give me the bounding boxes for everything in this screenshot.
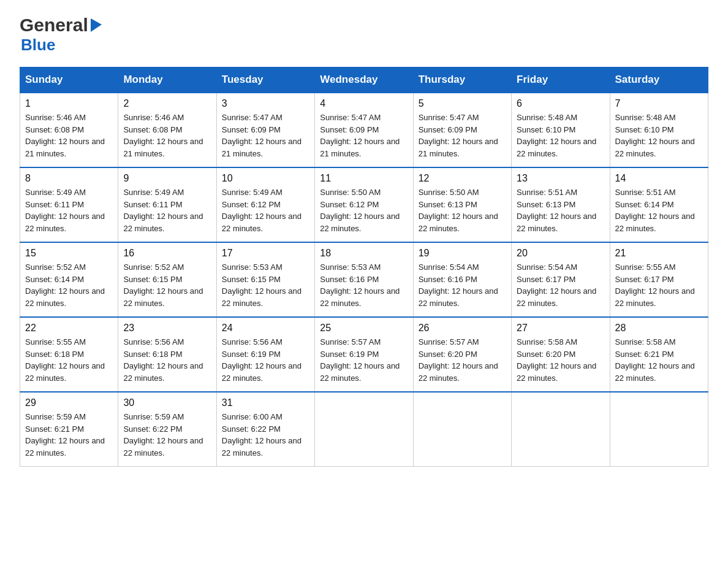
calendar-body: 1Sunrise: 5:46 AMSunset: 6:08 PMDaylight… bbox=[20, 93, 708, 467]
day-info: Sunrise: 5:46 AMSunset: 6:08 PMDaylight:… bbox=[25, 112, 113, 159]
day-info: Sunrise: 5:51 AMSunset: 6:13 PMDaylight:… bbox=[517, 186, 604, 234]
day-number: 4 bbox=[320, 98, 408, 109]
calendar-day-cell: 15Sunrise: 5:52 AMSunset: 6:14 PMDayligh… bbox=[20, 242, 118, 317]
header: General Blue bbox=[20, 15, 708, 55]
day-info: Sunrise: 5:47 AMSunset: 6:09 PMDaylight:… bbox=[419, 112, 506, 159]
day-info: Sunrise: 5:53 AMSunset: 6:15 PMDaylight:… bbox=[222, 261, 309, 309]
day-info: Sunrise: 5:49 AMSunset: 6:11 PMDaylight:… bbox=[25, 186, 113, 234]
calendar-week-row: 1Sunrise: 5:46 AMSunset: 6:08 PMDaylight… bbox=[20, 93, 708, 167]
calendar-week-row: 22Sunrise: 5:55 AMSunset: 6:18 PMDayligh… bbox=[20, 317, 708, 392]
calendar-day-cell: 9Sunrise: 5:49 AMSunset: 6:11 PMDaylight… bbox=[118, 167, 216, 242]
day-info: Sunrise: 5:48 AMSunset: 6:10 PMDaylight:… bbox=[615, 112, 703, 159]
calendar-day-cell bbox=[512, 392, 610, 467]
day-number: 2 bbox=[123, 98, 211, 109]
day-number: 26 bbox=[419, 323, 506, 334]
day-number: 15 bbox=[25, 248, 113, 259]
day-number: 10 bbox=[222, 173, 309, 184]
calendar-day-cell: 13Sunrise: 5:51 AMSunset: 6:13 PMDayligh… bbox=[512, 167, 610, 242]
calendar-day-cell: 20Sunrise: 5:54 AMSunset: 6:17 PMDayligh… bbox=[512, 242, 610, 317]
calendar-day-cell: 24Sunrise: 5:56 AMSunset: 6:19 PMDayligh… bbox=[216, 317, 314, 392]
logo-blue-text: Blue bbox=[21, 36, 55, 54]
calendar-header: SundayMondayTuesdayWednesdayThursdayFrid… bbox=[20, 67, 708, 93]
weekday-header-wednesday: Wednesday bbox=[315, 67, 413, 93]
calendar-day-cell: 28Sunrise: 5:58 AMSunset: 6:21 PMDayligh… bbox=[610, 317, 708, 392]
weekday-header-row: SundayMondayTuesdayWednesdayThursdayFrid… bbox=[20, 67, 708, 93]
day-info: Sunrise: 5:59 AMSunset: 6:22 PMDaylight:… bbox=[123, 411, 211, 459]
weekday-header-friday: Friday bbox=[512, 67, 610, 93]
day-number: 24 bbox=[222, 323, 309, 334]
calendar-day-cell: 22Sunrise: 5:55 AMSunset: 6:18 PMDayligh… bbox=[20, 317, 118, 392]
day-info: Sunrise: 5:54 AMSunset: 6:16 PMDaylight:… bbox=[419, 261, 506, 309]
day-number: 11 bbox=[320, 173, 408, 184]
calendar-day-cell: 19Sunrise: 5:54 AMSunset: 6:16 PMDayligh… bbox=[413, 242, 511, 317]
calendar-day-cell: 27Sunrise: 5:58 AMSunset: 6:20 PMDayligh… bbox=[512, 317, 610, 392]
weekday-header-tuesday: Tuesday bbox=[216, 67, 314, 93]
day-info: Sunrise: 5:51 AMSunset: 6:14 PMDaylight:… bbox=[615, 186, 703, 234]
calendar-day-cell: 8Sunrise: 5:49 AMSunset: 6:11 PMDaylight… bbox=[20, 167, 118, 242]
day-info: Sunrise: 5:56 AMSunset: 6:19 PMDaylight:… bbox=[222, 336, 309, 384]
day-info: Sunrise: 5:55 AMSunset: 6:18 PMDaylight:… bbox=[25, 336, 113, 384]
logo-triangle-icon bbox=[91, 18, 102, 34]
calendar-day-cell: 21Sunrise: 5:55 AMSunset: 6:17 PMDayligh… bbox=[610, 242, 708, 317]
calendar-day-cell: 3Sunrise: 5:47 AMSunset: 6:09 PMDaylight… bbox=[216, 93, 314, 167]
day-number: 8 bbox=[25, 173, 113, 184]
calendar-day-cell: 1Sunrise: 5:46 AMSunset: 6:08 PMDaylight… bbox=[20, 93, 118, 167]
day-info: Sunrise: 5:47 AMSunset: 6:09 PMDaylight:… bbox=[320, 112, 408, 159]
day-info: Sunrise: 5:57 AMSunset: 6:19 PMDaylight:… bbox=[320, 336, 408, 384]
day-number: 9 bbox=[123, 173, 211, 184]
day-info: Sunrise: 5:57 AMSunset: 6:20 PMDaylight:… bbox=[419, 336, 506, 384]
calendar-day-cell: 26Sunrise: 5:57 AMSunset: 6:20 PMDayligh… bbox=[413, 317, 511, 392]
calendar-day-cell: 6Sunrise: 5:48 AMSunset: 6:10 PMDaylight… bbox=[512, 93, 610, 167]
day-info: Sunrise: 5:54 AMSunset: 6:17 PMDaylight:… bbox=[517, 261, 604, 309]
day-number: 14 bbox=[615, 173, 703, 184]
day-number: 28 bbox=[615, 323, 703, 334]
day-info: Sunrise: 5:58 AMSunset: 6:21 PMDaylight:… bbox=[615, 336, 703, 384]
weekday-header-thursday: Thursday bbox=[413, 67, 511, 93]
day-number: 17 bbox=[222, 248, 309, 259]
calendar-day-cell: 18Sunrise: 5:53 AMSunset: 6:16 PMDayligh… bbox=[315, 242, 413, 317]
day-number: 31 bbox=[222, 397, 309, 408]
calendar-day-cell: 2Sunrise: 5:46 AMSunset: 6:08 PMDaylight… bbox=[118, 93, 216, 167]
calendar-day-cell: 12Sunrise: 5:50 AMSunset: 6:13 PMDayligh… bbox=[413, 167, 511, 242]
calendar-day-cell: 31Sunrise: 6:00 AMSunset: 6:22 PMDayligh… bbox=[216, 392, 314, 467]
day-number: 25 bbox=[320, 323, 408, 334]
calendar-week-row: 15Sunrise: 5:52 AMSunset: 6:14 PMDayligh… bbox=[20, 242, 708, 317]
day-info: Sunrise: 5:52 AMSunset: 6:15 PMDaylight:… bbox=[123, 261, 211, 309]
day-number: 27 bbox=[517, 323, 604, 334]
logo: General Blue bbox=[20, 15, 102, 55]
calendar-day-cell: 14Sunrise: 5:51 AMSunset: 6:14 PMDayligh… bbox=[610, 167, 708, 242]
calendar-week-row: 29Sunrise: 5:59 AMSunset: 6:21 PMDayligh… bbox=[20, 392, 708, 467]
calendar-day-cell: 17Sunrise: 5:53 AMSunset: 6:15 PMDayligh… bbox=[216, 242, 314, 317]
day-number: 19 bbox=[419, 248, 506, 259]
day-info: Sunrise: 5:49 AMSunset: 6:12 PMDaylight:… bbox=[222, 186, 309, 234]
calendar-day-cell: 7Sunrise: 5:48 AMSunset: 6:10 PMDaylight… bbox=[610, 93, 708, 167]
day-number: 5 bbox=[419, 98, 506, 109]
day-number: 21 bbox=[615, 248, 703, 259]
calendar-day-cell bbox=[315, 392, 413, 467]
day-number: 1 bbox=[25, 98, 113, 109]
day-info: Sunrise: 5:49 AMSunset: 6:11 PMDaylight:… bbox=[123, 186, 211, 234]
svg-marker-0 bbox=[91, 18, 102, 32]
day-info: Sunrise: 5:59 AMSunset: 6:21 PMDaylight:… bbox=[25, 411, 113, 459]
day-number: 12 bbox=[419, 173, 506, 184]
calendar-day-cell bbox=[413, 392, 511, 467]
weekday-header-monday: Monday bbox=[118, 67, 216, 93]
calendar-day-cell: 25Sunrise: 5:57 AMSunset: 6:19 PMDayligh… bbox=[315, 317, 413, 392]
day-number: 3 bbox=[222, 98, 309, 109]
day-number: 23 bbox=[123, 323, 211, 334]
day-info: Sunrise: 5:52 AMSunset: 6:14 PMDaylight:… bbox=[25, 261, 113, 309]
calendar-day-cell: 4Sunrise: 5:47 AMSunset: 6:09 PMDaylight… bbox=[315, 93, 413, 167]
day-info: Sunrise: 5:55 AMSunset: 6:17 PMDaylight:… bbox=[615, 261, 703, 309]
day-info: Sunrise: 6:00 AMSunset: 6:22 PMDaylight:… bbox=[222, 411, 309, 459]
day-number: 30 bbox=[123, 397, 211, 408]
day-number: 6 bbox=[517, 98, 604, 109]
calendar-day-cell: 5Sunrise: 5:47 AMSunset: 6:09 PMDaylight… bbox=[413, 93, 511, 167]
calendar-day-cell: 29Sunrise: 5:59 AMSunset: 6:21 PMDayligh… bbox=[20, 392, 118, 467]
day-number: 18 bbox=[320, 248, 408, 259]
day-number: 20 bbox=[517, 248, 604, 259]
day-number: 29 bbox=[25, 397, 113, 408]
day-info: Sunrise: 5:56 AMSunset: 6:18 PMDaylight:… bbox=[123, 336, 211, 384]
calendar-day-cell: 16Sunrise: 5:52 AMSunset: 6:15 PMDayligh… bbox=[118, 242, 216, 317]
calendar-week-row: 8Sunrise: 5:49 AMSunset: 6:11 PMDaylight… bbox=[20, 167, 708, 242]
calendar-day-cell: 23Sunrise: 5:56 AMSunset: 6:18 PMDayligh… bbox=[118, 317, 216, 392]
